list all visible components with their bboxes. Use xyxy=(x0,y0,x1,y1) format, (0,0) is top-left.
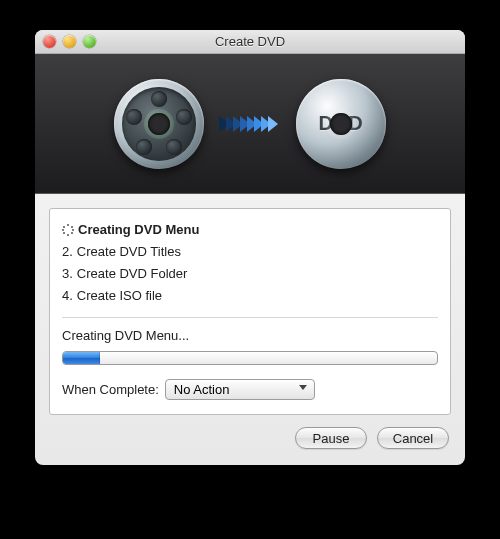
pause-button[interactable]: Pause xyxy=(295,427,367,449)
step-item: 3. Create DVD Folder xyxy=(62,263,438,285)
content-panel: Creating DVD Menu 2. Create DVD Titles 3… xyxy=(49,208,451,415)
step-prefix: 4. xyxy=(62,285,73,307)
step-list: Creating DVD Menu 2. Create DVD Titles 3… xyxy=(62,219,438,307)
step-label: Creating DVD Menu xyxy=(78,219,199,241)
dvd-label: DVD xyxy=(296,112,386,135)
zoom-icon[interactable] xyxy=(83,35,96,48)
footer-buttons: Pause Cancel xyxy=(35,415,465,465)
step-prefix: 3. xyxy=(62,263,73,285)
film-reel-icon xyxy=(114,79,204,169)
traffic-lights xyxy=(43,35,96,48)
step-label: Create DVD Folder xyxy=(77,263,188,285)
progress-bar xyxy=(62,351,438,365)
step-item: Creating DVD Menu xyxy=(62,219,438,241)
arrow-chevrons-icon xyxy=(222,116,278,132)
cancel-button[interactable]: Cancel xyxy=(377,427,449,449)
close-icon[interactable] xyxy=(43,35,56,48)
when-complete-label: When Complete: xyxy=(62,382,159,397)
titlebar: Create DVD xyxy=(35,30,465,54)
step-item: 4. Create ISO file xyxy=(62,285,438,307)
spinner-icon xyxy=(62,224,74,236)
step-prefix: 2. xyxy=(62,241,73,263)
when-complete-row: When Complete: No Action xyxy=(62,379,438,400)
step-label: Create ISO file xyxy=(77,285,162,307)
divider xyxy=(62,317,438,318)
dialog-window: Create DVD DVD xyxy=(35,30,465,465)
when-complete-select[interactable]: No Action xyxy=(165,379,315,400)
status-text: Creating DVD Menu... xyxy=(62,328,438,343)
window-title: Create DVD xyxy=(35,34,465,49)
step-label: Create DVD Titles xyxy=(77,241,181,263)
progress-fill xyxy=(63,352,100,364)
minimize-icon[interactable] xyxy=(63,35,76,48)
hero-graphic: DVD xyxy=(35,54,465,194)
step-item: 2. Create DVD Titles xyxy=(62,241,438,263)
dvd-disc-icon: DVD xyxy=(296,79,386,169)
